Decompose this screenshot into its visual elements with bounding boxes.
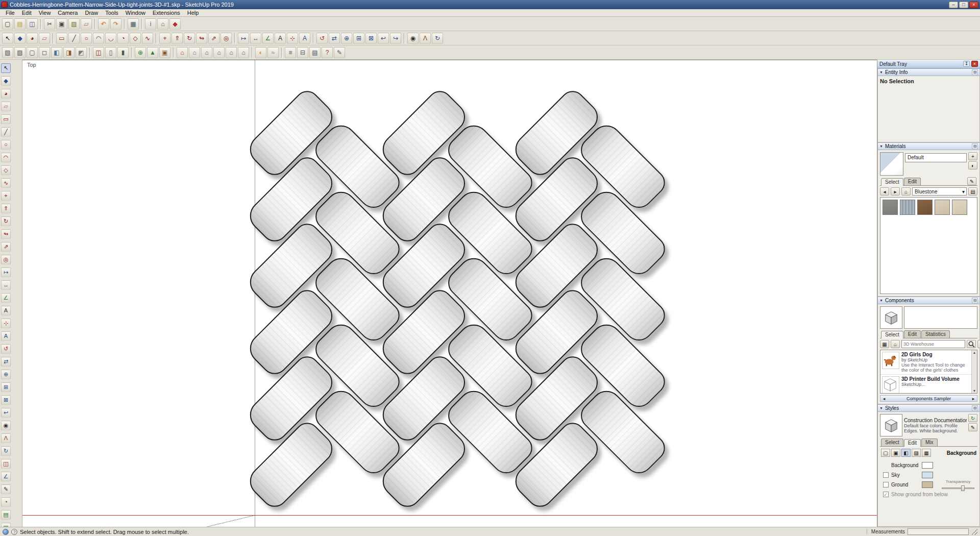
front-view-button[interactable]: ⌂ — [201, 47, 212, 58]
material-swatch-beige-paper[interactable] — [952, 200, 967, 215]
pie-button[interactable]: ◔ — [117, 33, 129, 44]
cobble-brick[interactable] — [443, 384, 537, 479]
material-swatch-brown-wood[interactable] — [917, 200, 933, 215]
style-preview[interactable] — [880, 414, 902, 436]
edit-background-settings-icon[interactable]: ◧ — [901, 449, 911, 457]
cobble-brick[interactable] — [509, 418, 603, 512]
angular-dimension-button[interactable]: ∠ — [1, 472, 11, 481]
freehand-button[interactable]: ∿ — [142, 33, 153, 44]
erase-button[interactable]: ▱ — [81, 18, 92, 30]
zoom-button[interactable]: ⊕ — [341, 33, 352, 44]
edit-modeling-settings-icon[interactable]: ▦ — [922, 449, 931, 457]
entity-info-options-icon[interactable]: ⊟ — [972, 69, 978, 75]
collapse-triangle-icon[interactable]: ▼ — [879, 406, 883, 410]
materials-home-icon[interactable]: ⌂ — [901, 187, 911, 196]
collapse-triangle-icon[interactable]: ▼ — [879, 299, 883, 302]
freehand-button[interactable]: ∿ — [1, 178, 11, 188]
minimize-button[interactable]: – — [949, 2, 958, 8]
cobble-brick[interactable] — [310, 252, 404, 346]
cobble-brick[interactable] — [310, 185, 404, 280]
cobble-brick[interactable] — [243, 218, 338, 313]
push-pull-button[interactable]: ⇑ — [1, 204, 11, 213]
cobble-brick[interactable] — [575, 185, 670, 280]
tray-pin-icon[interactable]: ↧ — [963, 61, 970, 67]
menu-edit[interactable]: Edit — [18, 10, 35, 16]
top-view-button[interactable]: ⌂ — [189, 47, 200, 58]
collection-prev-icon[interactable]: ◂ — [880, 396, 888, 401]
material-swatch-bluestone[interactable] — [900, 200, 915, 215]
cobble-brick[interactable] — [376, 285, 471, 379]
styles-options-icon[interactable]: ⊟ — [972, 405, 978, 411]
viewport[interactable]: Top — [22, 60, 877, 527]
section-plane-button[interactable]: ◫ — [1, 459, 11, 469]
arc-button[interactable]: ◠ — [93, 33, 104, 44]
cobble-brick[interactable] — [443, 318, 537, 412]
rectangle-button[interactable]: ▭ — [1, 114, 11, 124]
menu-camera[interactable]: Camera — [54, 10, 81, 16]
zoom-window-button[interactable]: ⊞ — [1, 382, 11, 392]
rotate-button[interactable]: ↻ — [184, 33, 195, 44]
collapse-triangle-icon[interactable]: ▼ — [879, 70, 883, 74]
warehouse-search-input[interactable] — [901, 340, 965, 348]
zoom-previous-button[interactable]: ↩ — [378, 33, 389, 44]
cobble-brick[interactable] — [243, 285, 338, 379]
background-color-swatch[interactable] — [922, 462, 933, 469]
component-result-item[interactable]: 2D Girls Dogby SketchUpUse the Interact … — [880, 350, 977, 375]
paint-brush-icon[interactable]: ✎ — [967, 177, 976, 185]
fog-button[interactable]: ≈ — [267, 47, 279, 58]
outliner-button[interactable]: ⊟ — [297, 47, 308, 58]
zoom-extents-button[interactable]: ⊠ — [365, 33, 377, 44]
follow-me-button[interactable]: ↬ — [196, 33, 207, 44]
menu-help[interactable]: Help — [184, 10, 203, 16]
ground-color-swatch[interactable] — [922, 481, 933, 488]
print-button[interactable]: ▦ — [128, 18, 139, 30]
materials-header[interactable]: ▼ Materials ⊟ — [877, 142, 980, 150]
text-button[interactable]: A — [275, 33, 286, 44]
styles-header[interactable]: ▼ Styles ⊟ — [877, 404, 980, 412]
menu-extensions[interactable]: Extensions — [149, 10, 184, 16]
redo-button[interactable]: ↷ — [110, 18, 121, 30]
edit-edge-settings-icon[interactable]: ▢ — [881, 449, 890, 457]
hidden-line-button[interactable]: ◻ — [39, 47, 50, 58]
styles-tab-mix[interactable]: Mix — [921, 438, 938, 446]
walk-button[interactable]: Λ — [420, 33, 431, 44]
geolocation-icon[interactable] — [3, 529, 9, 535]
cobble-brick[interactable] — [376, 351, 471, 446]
menu-window[interactable]: Window — [122, 10, 149, 16]
menu-view[interactable]: View — [35, 10, 55, 16]
cobble-brick[interactable] — [376, 218, 471, 313]
circle-button[interactable]: ○ — [81, 33, 92, 44]
position-camera-button[interactable]: ◉ — [1, 421, 11, 430]
cobble-brick[interactable] — [575, 252, 670, 346]
rectangle-button[interactable]: ▭ — [56, 33, 67, 44]
materials-back-icon[interactable]: ◂ — [880, 187, 889, 196]
resize-grip-icon[interactable] — [971, 529, 977, 535]
look-around-button[interactable]: ↻ — [1, 446, 11, 456]
component-preview[interactable] — [880, 306, 902, 329]
components-tab-edit[interactable]: Edit — [904, 330, 921, 338]
material-swatch-gray-concrete[interactable] — [883, 200, 898, 215]
offset-button[interactable]: ◎ — [1, 255, 11, 264]
close-button[interactable]: × — [969, 2, 978, 8]
material-name-field[interactable]: Default — [905, 153, 967, 162]
offset-button[interactable]: ◎ — [220, 33, 232, 44]
maximize-button[interactable]: □ — [959, 2, 968, 8]
text-button[interactable]: A — [1, 306, 11, 315]
back-edges-button[interactable]: ▨ — [2, 47, 13, 58]
materials-options-icon[interactable]: ⊟ — [972, 143, 978, 149]
toggle-terrain-button[interactable]: ▲ — [147, 47, 158, 58]
instructor-button[interactable]: ? — [322, 47, 333, 58]
slider-thumb[interactable] — [961, 485, 965, 491]
open-button[interactable]: ▤ — [14, 18, 26, 30]
walk-button[interactable]: Λ — [1, 433, 11, 443]
styles-tab-edit[interactable]: Edit — [904, 439, 921, 447]
orbit-button[interactable]: ↺ — [316, 33, 328, 44]
make-component-button[interactable]: ◆ — [1, 76, 11, 86]
shadows-button[interactable]: ◐ — [255, 47, 266, 58]
follow-me-button[interactable]: ↬ — [1, 229, 11, 239]
axes-button[interactable]: ⊹ — [287, 33, 298, 44]
tray-close-icon[interactable]: × — [971, 61, 978, 67]
cobble-brick[interactable] — [443, 119, 537, 213]
materials-forward-icon[interactable]: ▸ — [891, 187, 900, 196]
cobble-brick[interactable] — [443, 185, 537, 280]
